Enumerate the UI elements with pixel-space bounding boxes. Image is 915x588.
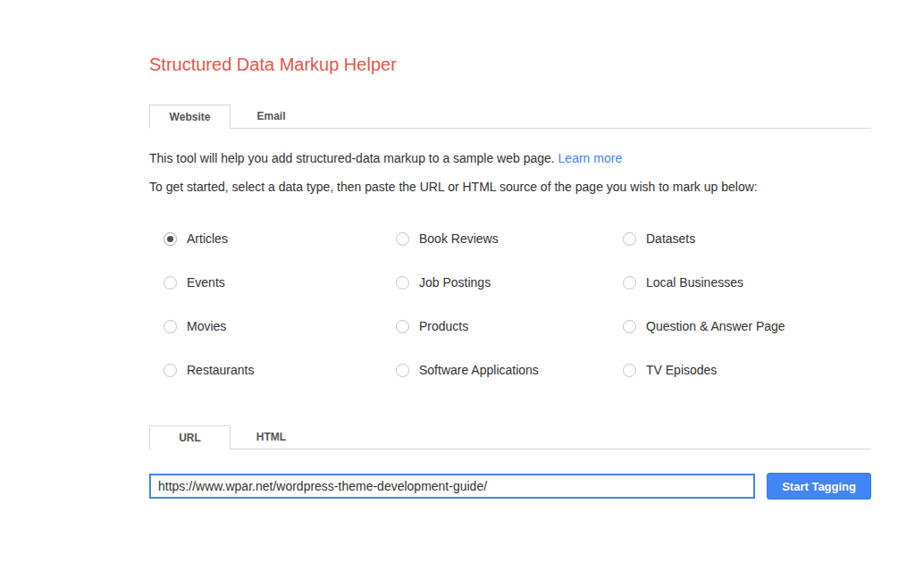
radio-restaurants[interactable]: Restaurants bbox=[164, 362, 396, 378]
intro-text: This tool will help you add structured-d… bbox=[149, 151, 871, 165]
radio-datasets[interactable]: Datasets bbox=[623, 231, 871, 247]
radio-label: Movies bbox=[187, 319, 226, 333]
radio-question-answer-page[interactable]: Question & Answer Page bbox=[623, 318, 871, 334]
radio-label: Products bbox=[419, 319, 468, 333]
radio-software-applications[interactable]: Software Applications bbox=[396, 362, 623, 378]
tab-email[interactable]: Email bbox=[231, 105, 312, 128]
radio-icon bbox=[164, 232, 177, 246]
structured-data-markup-helper-page: Structured Data Markup Helper Website Em… bbox=[149, 0, 871, 500]
url-input[interactable] bbox=[149, 474, 755, 499]
intro-sentence: This tool will help you add structured-d… bbox=[149, 151, 555, 165]
radio-icon bbox=[164, 364, 177, 377]
start-tagging-button[interactable]: Start Tagging bbox=[767, 473, 871, 500]
radio-label: Software Applications bbox=[419, 363, 539, 377]
radio-movies[interactable]: Movies bbox=[164, 318, 396, 334]
radio-icon bbox=[396, 364, 409, 377]
radio-articles[interactable]: Articles bbox=[164, 231, 396, 247]
page-title: Structured Data Markup Helper bbox=[149, 55, 871, 73]
radio-label: Restaurants bbox=[187, 363, 254, 377]
radio-icon bbox=[396, 320, 409, 333]
radio-book-reviews[interactable]: Book Reviews bbox=[396, 231, 623, 247]
instruction-text: To get started, select a data type, then… bbox=[149, 180, 871, 194]
radio-icon bbox=[396, 276, 409, 290]
tab-html[interactable]: HTML bbox=[231, 425, 312, 449]
radio-products[interactable]: Products bbox=[396, 318, 623, 334]
radio-tv-episodes[interactable]: TV Episodes bbox=[623, 362, 871, 378]
radio-icon bbox=[623, 276, 636, 290]
radio-local-businesses[interactable]: Local Businesses bbox=[623, 274, 871, 290]
radio-label: Articles bbox=[187, 231, 228, 246]
url-form-row: Start Tagging bbox=[149, 473, 871, 500]
radio-icon bbox=[396, 232, 409, 246]
radio-job-postings[interactable]: Job Postings bbox=[396, 274, 623, 290]
radio-label: TV Episodes bbox=[646, 363, 717, 377]
data-type-radio-group: Articles Book Reviews Datasets Events Jo… bbox=[149, 231, 871, 378]
radio-events[interactable]: Events bbox=[164, 274, 396, 290]
radio-label: Question & Answer Page bbox=[646, 319, 785, 333]
main-tabbar: Website Email bbox=[149, 105, 871, 129]
tab-url[interactable]: URL bbox=[149, 425, 231, 449]
radio-label: Local Businesses bbox=[646, 275, 743, 290]
radio-icon bbox=[164, 276, 177, 290]
radio-icon bbox=[623, 232, 636, 246]
radio-label: Datasets bbox=[646, 231, 695, 246]
radio-label: Job Postings bbox=[419, 275, 491, 290]
radio-label: Events bbox=[187, 275, 225, 290]
radio-icon bbox=[623, 364, 636, 377]
tab-website[interactable]: Website bbox=[149, 105, 231, 128]
source-tabbar: URL HTML bbox=[149, 425, 871, 449]
radio-label: Book Reviews bbox=[419, 231, 499, 246]
radio-icon bbox=[164, 320, 177, 333]
learn-more-link[interactable]: Learn more bbox=[558, 151, 623, 165]
radio-icon bbox=[623, 320, 636, 333]
